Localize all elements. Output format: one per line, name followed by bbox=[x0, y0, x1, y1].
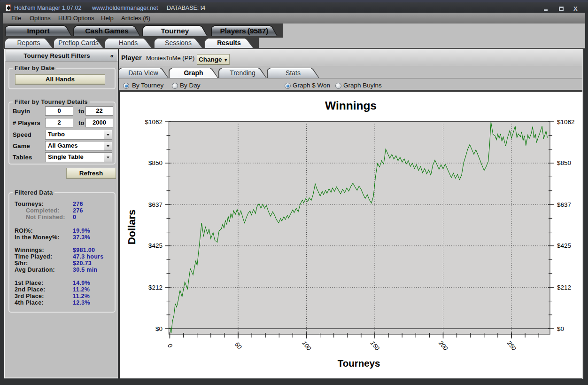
svg-text:Winnings: Winnings bbox=[325, 99, 377, 112]
svg-text:Tourneys: Tourneys bbox=[338, 358, 380, 369]
svg-text:200: 200 bbox=[437, 339, 450, 352]
svg-text:Dollars: Dollars bbox=[126, 210, 138, 245]
svg-text:50: 50 bbox=[233, 341, 243, 351]
svg-text:100: 100 bbox=[301, 339, 313, 352]
svg-text:$637: $637 bbox=[557, 201, 571, 208]
svg-text:$212: $212 bbox=[557, 284, 571, 291]
svg-text:$1062: $1062 bbox=[557, 118, 575, 126]
svg-text:$850: $850 bbox=[148, 159, 162, 166]
svg-text:$425: $425 bbox=[148, 242, 162, 249]
svg-text:0: 0 bbox=[166, 342, 174, 350]
svg-text:$212: $212 bbox=[148, 284, 162, 291]
svg-text:$637: $637 bbox=[148, 201, 162, 208]
svg-text:$0: $0 bbox=[155, 325, 162, 332]
svg-text:$850: $850 bbox=[557, 159, 571, 166]
svg-text:250: 250 bbox=[505, 339, 518, 352]
svg-text:$425: $425 bbox=[557, 242, 571, 249]
svg-text:$0: $0 bbox=[557, 325, 564, 332]
svg-text:150: 150 bbox=[369, 339, 381, 352]
svg-text:$1062: $1062 bbox=[145, 118, 162, 126]
